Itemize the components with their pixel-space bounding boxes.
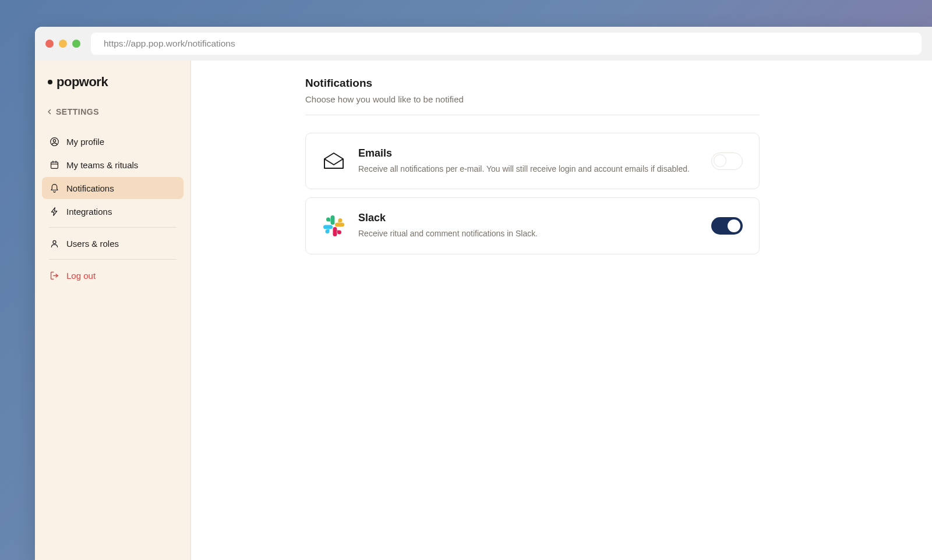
url-bar[interactable]: https://app.pop.work/notifications <box>91 33 922 55</box>
card-content: Emails Receive all notifications per e-m… <box>358 147 698 175</box>
window-minimize-button[interactable] <box>59 40 67 48</box>
sidebar-nav: My profile My teams & rituals Notificati… <box>35 130 190 286</box>
svg-point-6 <box>52 240 55 243</box>
sidebar-item-notifications[interactable]: Notifications <box>42 177 183 199</box>
browser-chrome: https://app.pop.work/notifications <box>35 27 932 61</box>
svg-rect-10 <box>323 225 333 229</box>
nav-label: My profile <box>66 137 104 147</box>
nav-label: Log out <box>66 271 96 281</box>
setting-description: Receive all notifications per e-mail. Yo… <box>358 163 698 175</box>
nav-divider <box>49 227 176 228</box>
chevron-left-icon <box>47 107 52 116</box>
traffic-lights <box>45 40 80 48</box>
card-content: Slack Receive ritual and comment notific… <box>358 212 698 239</box>
app-container: popwork SETTINGS My profile <box>35 61 932 560</box>
setting-description: Receive ritual and comment notifications… <box>358 228 698 239</box>
toggle-knob <box>728 219 740 232</box>
nav-label: Users & roles <box>66 239 119 249</box>
svg-point-1 <box>53 139 55 141</box>
nav-label: My teams & rituals <box>66 160 138 170</box>
settings-label: SETTINGS <box>56 107 99 116</box>
sidebar-item-logout[interactable]: Log out <box>42 264 183 286</box>
slack-toggle[interactable] <box>711 217 743 235</box>
title-divider <box>305 115 760 115</box>
setting-title: Slack <box>358 212 698 224</box>
emails-toggle[interactable] <box>711 153 743 170</box>
toggle-knob <box>714 154 726 167</box>
window-maximize-button[interactable] <box>72 40 80 48</box>
nav-label: Integrations <box>66 207 112 217</box>
sidebar: popwork SETTINGS My profile <box>35 61 191 560</box>
brand-name: popwork <box>57 75 108 90</box>
nav-label: Notifications <box>66 183 114 193</box>
bell-icon <box>49 183 59 193</box>
sidebar-item-profile[interactable]: My profile <box>42 130 183 153</box>
slack-icon <box>322 214 345 238</box>
svg-rect-2 <box>51 162 58 168</box>
brand-logo[interactable]: popwork <box>35 75 190 90</box>
svg-rect-7 <box>331 215 335 225</box>
setting-card-slack: Slack Receive ritual and comment notific… <box>305 197 760 254</box>
sidebar-item-integrations[interactable]: Integrations <box>42 200 183 222</box>
url-text: https://app.pop.work/notifications <box>104 38 235 49</box>
user-circle-icon <box>49 136 59 147</box>
page-title: Notifications <box>305 77 760 90</box>
svg-rect-8 <box>335 222 344 226</box>
settings-back-link[interactable]: SETTINGS <box>35 107 190 116</box>
content-wrapper: Notifications Choose how you would like … <box>305 77 760 254</box>
browser-window: https://app.pop.work/notifications popwo… <box>35 27 932 560</box>
logo-dot-icon <box>48 80 52 84</box>
svg-rect-9 <box>333 227 337 236</box>
setting-card-emails: Emails Receive all notifications per e-m… <box>305 133 760 189</box>
sidebar-item-teams[interactable]: My teams & rituals <box>42 154 183 176</box>
page-subtitle: Choose how you would like to be notified <box>305 94 760 104</box>
setting-title: Emails <box>358 147 698 160</box>
window-close-button[interactable] <box>45 40 54 48</box>
logout-icon <box>49 270 59 281</box>
calendar-icon <box>49 160 59 170</box>
nav-divider <box>49 259 176 260</box>
main-content: Notifications Choose how you would like … <box>191 61 932 560</box>
email-icon <box>322 150 345 173</box>
bolt-icon <box>49 206 59 217</box>
user-icon <box>49 238 59 249</box>
sidebar-item-users[interactable]: Users & roles <box>42 232 183 254</box>
